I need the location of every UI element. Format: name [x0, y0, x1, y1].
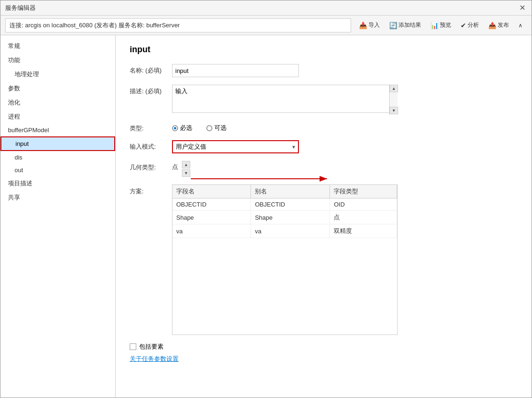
sidebar-item-share[interactable]: 共享 [0, 191, 115, 205]
schema-table-wrapper: 字段名 别名 字段类型 OBJECTIDOBJECTIDOIDShapeShap… [172, 184, 398, 335]
name-label: 名称: (必填) [130, 64, 172, 75]
dropdown-arrow-icon: ▼ [291, 144, 296, 150]
title-bar: 服务编辑器 ✕ [0, 0, 532, 16]
publish-icon: 📤 [488, 22, 496, 29]
include-elements-checkbox[interactable] [130, 343, 136, 350]
import-icon: 📥 [359, 22, 367, 29]
main-window: 服务编辑器 ✕ 连接: arcgis on localhost_6080 (发布… [0, 0, 532, 398]
sidebar-item-input[interactable]: input [0, 136, 115, 151]
include-elements-label: 包括要素 [139, 342, 164, 351]
input-mode-dropdown[interactable]: 用户定义值 ▼ [172, 140, 299, 153]
input-mode-row: 输入模式: 用户定义值 ▼ [130, 140, 517, 153]
input-mode-dropdown-wrapper: 用户定义值 ▼ [172, 140, 299, 153]
sidebar-item-geoprocessing[interactable]: 地理处理 [0, 67, 115, 81]
sidebar-item-features[interactable]: 功能 [0, 53, 115, 67]
name-control [172, 64, 517, 77]
schema-header-row: 字段名 别名 字段类型 [172, 185, 397, 199]
sidebar-item-project-desc[interactable]: 项目描述 [0, 176, 115, 191]
sidebar-item-pooling[interactable]: 池化 [0, 96, 115, 110]
table-row: OBJECTIDOBJECTIDOID [172, 199, 397, 211]
desc-scrollbar: ▲ ▼ [389, 85, 398, 114]
table-row: ShapeShape点 [172, 211, 397, 224]
publish-button[interactable]: 📤 发布 [484, 19, 513, 32]
radio-required-label: 必选 [180, 124, 192, 132]
type-label: 类型: [130, 122, 172, 133]
col-alias: 别名 [251, 185, 330, 199]
add-result-icon: 🔄 [389, 22, 397, 29]
geo-scrollbar: ▲ ▼ [182, 161, 190, 177]
toolbar: 连接: arcgis on localhost_6080 (发布者) 服务名称:… [0, 16, 532, 35]
table-cell: Shape [172, 211, 251, 224]
input-mode-label: 输入模式: [130, 140, 172, 151]
desc-row: 描述: (必填) 输入 ▲ ▼ [130, 85, 517, 114]
task-params-link[interactable]: 关于任务参数设置 [130, 355, 179, 362]
preview-icon: 📊 [430, 22, 438, 29]
geo-type-row: 几何类型: 点 ▲ ▼ [130, 161, 517, 177]
schema-label: 方案: [130, 184, 172, 196]
window-title: 服务编辑器 [5, 4, 36, 12]
include-elements-row: 包括要素 [130, 342, 517, 351]
table-row: vava双精度 [172, 224, 397, 238]
input-mode-control: 用户定义值 ▼ [172, 140, 517, 153]
schema-control: 字段名 别名 字段类型 OBJECTIDOBJECTIDOIDShapeShap… [172, 184, 517, 335]
more-button[interactable]: ∧ [514, 19, 527, 32]
toolbar-actions: 📥 导入 🔄 添加结果 📊 预览 ✔ 分析 📤 发布 ∧ [355, 19, 527, 32]
sidebar-item-params[interactable]: 参数 [0, 81, 115, 96]
desc-textarea[interactable]: 输入 [172, 85, 398, 113]
geo-wrapper: 点 ▲ ▼ [172, 161, 517, 177]
table-cell: Shape [251, 211, 330, 224]
content-title: input [130, 45, 517, 55]
name-row: 名称: (必填) [130, 64, 517, 77]
geo-scroll-down[interactable]: ▼ [182, 169, 190, 177]
geo-type-value: 点 [172, 161, 178, 171]
geo-type-label: 几何类型: [130, 161, 172, 172]
schema-row: 方案: 字段名 别名 字段类型 OBJE [130, 184, 517, 335]
input-mode-value: 用户定义值 [176, 143, 206, 151]
col-field-type: 字段类型 [330, 185, 397, 199]
main-area: 常规 功能 地理处理 参数 池化 进程 bufferGPModel input … [0, 35, 532, 398]
analyze-icon: ✔ [461, 22, 466, 29]
type-radio-group: 必选 可选 [172, 122, 517, 132]
analyze-button[interactable]: ✔ 分析 [456, 19, 483, 32]
name-input[interactable] [172, 64, 299, 77]
schema-table: 字段名 别名 字段类型 OBJECTIDOBJECTIDOIDShapeShap… [172, 185, 397, 238]
preview-button[interactable]: 📊 预览 [426, 19, 455, 32]
scroll-down-arrow[interactable]: ▼ [390, 107, 398, 114]
radio-required[interactable]: 必选 [172, 124, 192, 132]
desc-label: 描述: (必填) [130, 85, 172, 96]
col-field-name: 字段名 [172, 185, 251, 199]
sidebar-item-dis[interactable]: dis [0, 151, 115, 164]
sidebar-item-process[interactable]: 进程 [0, 110, 115, 124]
sidebar-item-out[interactable]: out [0, 164, 115, 176]
content-area: input 名称: (必填) 描述: (必填) 输入 ▲ ▼ [116, 35, 532, 398]
type-control: 必选 可选 [172, 122, 517, 132]
table-cell: 双精度 [330, 224, 397, 238]
type-row: 类型: 必选 可选 [130, 122, 517, 133]
table-cell: va [172, 224, 251, 238]
table-cell: OID [330, 199, 397, 211]
add-result-button[interactable]: 🔄 添加结果 [385, 19, 425, 32]
table-cell: OBJECTID [251, 199, 330, 211]
radio-optional-circle [206, 125, 212, 131]
task-params-link-row: 关于任务参数设置 [130, 355, 517, 363]
radio-optional-label: 可选 [214, 124, 227, 132]
scroll-up-arrow[interactable]: ▲ [390, 85, 398, 92]
table-cell: OBJECTID [172, 199, 251, 211]
geo-type-control: 点 ▲ ▼ [172, 161, 517, 177]
radio-optional[interactable]: 可选 [206, 124, 227, 132]
close-button[interactable]: ✕ [517, 3, 527, 13]
sidebar-item-general[interactable]: 常规 [0, 39, 115, 53]
connection-info: 连接: arcgis on localhost_6080 (发布者) 服务名称:… [5, 18, 351, 32]
radio-required-circle [172, 125, 178, 131]
geo-scroll-up[interactable]: ▲ [182, 161, 190, 168]
table-cell: 点 [330, 211, 397, 224]
desc-control: 输入 ▲ ▼ [172, 85, 517, 114]
import-button[interactable]: 📥 导入 [355, 19, 384, 32]
sidebar-item-buffer-model[interactable]: bufferGPModel [0, 124, 115, 136]
sidebar: 常规 功能 地理处理 参数 池化 进程 bufferGPModel input … [0, 35, 116, 398]
table-cell: va [251, 224, 330, 238]
